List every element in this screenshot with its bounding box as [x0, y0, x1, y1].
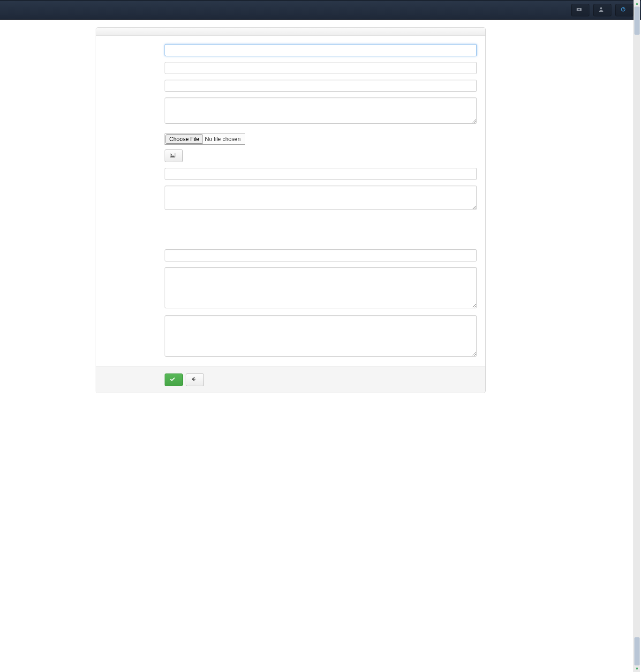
nama-sekolah-input[interactable] [165, 44, 477, 56]
topbar-actions [571, 4, 633, 16]
akreditasi-label [105, 62, 165, 74]
komentar-label [105, 220, 165, 222]
camera-icon [576, 7, 582, 14]
scrollbar[interactable]: ▲ ▼ [633, 0, 640, 401]
email-input[interactable] [165, 80, 477, 92]
save-button[interactable] [165, 373, 183, 386]
arrow-left-icon [191, 376, 196, 383]
main [96, 27, 486, 393]
sukses-label [105, 267, 165, 310]
svg-point-2 [600, 7, 603, 10]
svg-point-6 [171, 154, 172, 155]
alamat-textarea[interactable] [165, 97, 477, 124]
gagal-textarea[interactable] [165, 315, 477, 357]
meta-desc-label [105, 186, 165, 211]
header-website-label [105, 134, 165, 162]
facebook-label [105, 249, 165, 261]
nama-sekolah-label [105, 44, 165, 56]
svg-rect-4 [623, 7, 624, 10]
facebook-input[interactable] [165, 249, 477, 261]
meta-tags-input[interactable] [165, 168, 477, 180]
meta-tags-label [105, 168, 165, 180]
svg-point-1 [578, 9, 580, 11]
cancel-button[interactable] [186, 373, 204, 386]
alamat-label [105, 97, 165, 125]
topbar [0, 0, 641, 20]
panel-title [96, 28, 485, 36]
lihat-gambar-button[interactable] [165, 149, 183, 162]
form-actions [96, 366, 485, 393]
theme-label [105, 241, 165, 244]
power-icon [620, 7, 626, 14]
scroll-up-icon[interactable]: ▲ [634, 0, 640, 7]
meta-desc-textarea[interactable] [165, 186, 477, 210]
status-label [105, 231, 165, 233]
email-label [105, 80, 165, 92]
picture-icon [170, 152, 175, 159]
scroll-thumb[interactable] [634, 7, 640, 35]
header-file-input[interactable] [165, 134, 245, 145]
user-button[interactable] [593, 4, 611, 16]
sidebar [8, 27, 88, 393]
check-icon [170, 376, 175, 383]
inbox-button[interactable] [571, 4, 589, 16]
gagal-label [105, 315, 165, 358]
logout-button[interactable] [615, 4, 633, 16]
sukses-textarea[interactable] [165, 267, 477, 308]
config-panel [96, 27, 486, 393]
akreditasi-input[interactable] [165, 62, 477, 74]
user-icon [598, 7, 604, 14]
